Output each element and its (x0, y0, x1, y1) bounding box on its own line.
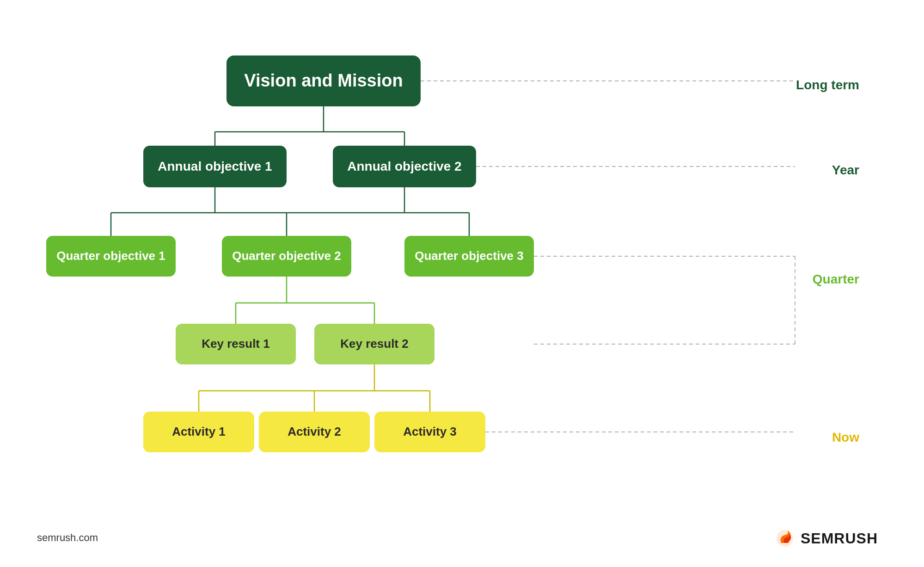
annual-objective-2-label: Annual objective 2 (347, 159, 461, 174)
activity-2-node: Activity 2 (259, 412, 370, 452)
quarter-objective-1-node: Quarter objective 1 (46, 236, 176, 277)
annual-objective-1-node: Annual objective 1 (143, 146, 287, 187)
activity-2-label: Activity 2 (288, 425, 341, 439)
annual-objective-2-node: Annual objective 2 (333, 146, 476, 187)
activity-3-node: Activity 3 (374, 412, 485, 452)
quarter-objective-2-label: Quarter objective 2 (232, 249, 341, 263)
key-result-1-label: Key result 1 (202, 337, 269, 351)
vision-mission-label: Vision and Mission (244, 70, 403, 92)
annual-objective-1-label: Annual objective 1 (158, 159, 272, 174)
semrush-brand-name: SEMRUSH (801, 530, 878, 547)
activity-3-label: Activity 3 (403, 425, 457, 439)
label-long-term: Long term (796, 78, 859, 92)
activity-1-label: Activity 1 (172, 425, 226, 439)
label-quarter: Quarter (813, 272, 859, 287)
label-now: Now (832, 430, 859, 445)
quarter-objective-3-node: Quarter objective 3 (404, 236, 534, 277)
key-result-1-node: Key result 1 (176, 324, 296, 364)
quarter-objective-1-label: Quarter objective 1 (56, 249, 165, 263)
connector-lines (0, 0, 924, 567)
activity-1-node: Activity 1 (143, 412, 254, 452)
vision-mission-node: Vision and Mission (226, 55, 421, 106)
diagram-area: Vision and Mission Annual objective 1 An… (0, 0, 924, 567)
semrush-icon (775, 528, 795, 549)
footer-brand: SEMRUSH (775, 528, 878, 549)
footer-website: semrush.com (37, 532, 98, 544)
quarter-objective-3-label: Quarter objective 3 (415, 249, 524, 263)
quarter-objective-2-node: Quarter objective 2 (222, 236, 351, 277)
key-result-2-node: Key result 2 (314, 324, 434, 364)
key-result-2-label: Key result 2 (340, 337, 408, 351)
label-year: Year (832, 163, 859, 178)
